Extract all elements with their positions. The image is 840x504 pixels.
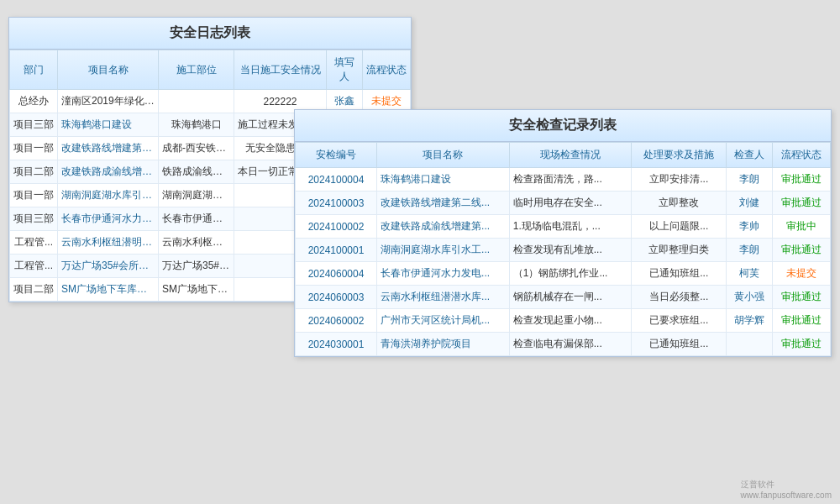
left-project-cell[interactable]: 云南水利枢纽潜明水库一... — [58, 231, 159, 255]
right-measure-cell: 立即整改 — [632, 192, 727, 215]
left-dept-cell: 项目二部 — [10, 160, 58, 184]
left-project-cell[interactable]: 改建铁路线增建第二线直... — [58, 137, 159, 160]
right-col-project: 项目名称 — [377, 143, 510, 168]
left-project-cell[interactable]: 万达广场35#会所及咖啡... — [58, 255, 159, 278]
right-inspection-cell: 检查临电有漏保部... — [509, 333, 632, 356]
right-project-cell[interactable]: 广州市天河区统计局机... — [377, 309, 510, 333]
left-project-cell[interactable]: SM广场地下车库更换摄... — [58, 278, 159, 302]
watermark-brand: 泛普软件 — [741, 479, 832, 491]
left-dept-cell: 总经办 — [10, 90, 58, 113]
right-measure-cell: 立即整理归类 — [632, 239, 727, 262]
right-table-row: 2024100002改建铁路成渝线增建第...1.现场临电混乱，...以上问题限… — [296, 215, 831, 239]
right-inspection-cell: 临时用电存在安全... — [509, 192, 632, 215]
right-status-cell: 审批中 — [772, 215, 830, 239]
right-project-cell[interactable]: 云南水利枢纽潜潜水库... — [377, 286, 510, 309]
left-project-cell[interactable]: 珠海鹤港口建设 — [58, 113, 159, 137]
right-measure-cell: 当日必须整... — [632, 286, 727, 309]
right-col-status: 流程状态 — [772, 143, 830, 168]
right-id-cell[interactable]: 2024100003 — [296, 192, 377, 215]
right-status-cell: 审批通过 — [772, 333, 830, 356]
right-id-cell[interactable]: 2024100002 — [296, 215, 377, 239]
left-location-cell: 成都-西安铁路... — [159, 137, 234, 160]
left-col-location: 施工部位 — [159, 50, 234, 90]
right-status-cell: 未提交 — [772, 262, 830, 286]
right-status-cell: 审批通过 — [772, 168, 830, 192]
left-table-header-row: 部门 项目名称 施工部位 当日施工安全情况 填写人 流程状态 — [10, 50, 411, 90]
right-inspector-cell — [727, 333, 773, 356]
right-project-cell[interactable]: 青海洪湖养护院项目 — [377, 333, 510, 356]
right-project-cell[interactable]: 长春市伊通河水力发电... — [377, 262, 510, 286]
left-panel-title: 安全日志列表 — [9, 18, 411, 50]
right-table-header-row: 安检编号 项目名称 现场检查情况 处理要求及措施 检查人 流程状态 — [296, 143, 831, 168]
right-project-cell[interactable]: 珠海鹤港口建设 — [377, 168, 510, 192]
right-id-cell[interactable]: 2024060004 — [296, 262, 377, 286]
main-container: 安全日志列表 部门 项目名称 施工部位 当日施工安全情况 填写人 流程状态 总经… — [0, 0, 840, 504]
right-table-row: 2024100003改建铁路线增建第二线...临时用电存在安全...立即整改刘健… — [296, 192, 831, 215]
right-inspector-cell: 李帅 — [727, 215, 773, 239]
right-measure-cell: 已通知班组... — [632, 333, 727, 356]
left-dept-cell: 工程管... — [10, 231, 58, 255]
right-table-row: 2024100004珠海鹤港口建设检查路面清洗，路...立即安排清...李朗审批… — [296, 168, 831, 192]
right-inspection-cell: 1.现场临电混乱，... — [509, 215, 632, 239]
left-location-cell: SM广场地下车库 — [159, 278, 234, 302]
watermark: 泛普软件 www.fanpusoftware.com — [741, 479, 832, 500]
right-measure-cell: 以上问题限... — [632, 215, 727, 239]
left-location-cell: 长春市伊通河水... — [159, 207, 234, 231]
right-id-cell[interactable]: 2024100001 — [296, 239, 377, 262]
right-id-cell[interactable]: 2024030001 — [296, 333, 377, 356]
right-table-row: 2024030001青海洪湖养护院项目检查临电有漏保部...已通知班组...审批… — [296, 333, 831, 356]
left-col-dept: 部门 — [10, 50, 58, 90]
right-table-row: 2024060003云南水利枢纽潜潜水库...钢筋机械存在一闸...当日必须整.… — [296, 286, 831, 309]
right-id-cell[interactable]: 2024100004 — [296, 168, 377, 192]
right-id-cell[interactable]: 2024060002 — [296, 309, 377, 333]
left-location-cell: 铁路成渝线（成... — [159, 160, 234, 184]
right-measure-cell: 已要求班组... — [632, 309, 727, 333]
right-inspector-cell: 李朗 — [727, 168, 773, 192]
right-id-cell[interactable]: 2024060003 — [296, 286, 377, 309]
left-col-person: 填写人 — [327, 50, 363, 90]
right-project-cell[interactable]: 改建铁路成渝线增建第... — [377, 215, 510, 239]
right-inspector-cell: 李朗 — [727, 239, 773, 262]
right-status-cell: 审批通过 — [772, 239, 830, 262]
left-project-cell[interactable]: 湖南洞庭湖水库引水工程... — [58, 184, 159, 207]
left-dept-cell: 项目一部 — [10, 184, 58, 207]
right-status-cell: 审批通过 — [772, 309, 830, 333]
left-location-cell: 湖南洞庭湖水库 — [159, 184, 234, 207]
right-measure-cell: 立即安排清... — [632, 168, 727, 192]
right-col-measure: 处理要求及措施 — [632, 143, 727, 168]
right-table-row: 2024060004长春市伊通河水力发电...（1）钢筋绑扎作业...已通知班组… — [296, 262, 831, 286]
left-dept-cell: 项目二部 — [10, 278, 58, 302]
right-project-cell[interactable]: 湖南洞庭湖水库引水工... — [377, 239, 510, 262]
right-measure-cell: 已通知班组... — [632, 262, 727, 286]
watermark-url: www.fanpusoftware.com — [741, 491, 832, 500]
left-location-cell — [159, 90, 234, 113]
right-status-cell: 审批通过 — [772, 192, 830, 215]
right-inspection-cell: 检查发现有乱堆放... — [509, 239, 632, 262]
left-col-project: 项目名称 — [58, 50, 159, 90]
left-col-safety: 当日施工安全情况 — [234, 50, 327, 90]
right-inspection-cell: 检查路面清洗，路... — [509, 168, 632, 192]
left-col-status: 流程状态 — [363, 50, 411, 90]
right-table: 安检编号 项目名称 现场检查情况 处理要求及措施 检查人 流程状态 202410… — [295, 142, 831, 356]
right-inspection-cell: （1）钢筋绑扎作业... — [509, 262, 632, 286]
left-location-cell: 云南水利枢纽潜... — [159, 231, 234, 255]
right-col-id: 安检编号 — [296, 143, 377, 168]
left-dept-cell: 项目一部 — [10, 137, 58, 160]
right-inspection-cell: 钢筋机械存在一闸... — [509, 286, 632, 309]
right-status-cell: 审批通过 — [772, 286, 830, 309]
left-dept-cell: 项目三部 — [10, 207, 58, 231]
left-project-cell[interactable]: 长春市伊通河水力发电厂... — [58, 207, 159, 231]
right-panel-title: 安全检查记录列表 — [295, 110, 831, 142]
right-inspector-cell: 柯芙 — [727, 262, 773, 286]
right-col-inspection: 现场检查情况 — [509, 143, 632, 168]
left-project-cell[interactable]: 改建铁路成渝线增建第二... — [58, 160, 159, 184]
right-inspector-cell: 刘健 — [727, 192, 773, 215]
right-inspection-cell: 检查发现起重小物... — [509, 309, 632, 333]
right-project-cell[interactable]: 改建铁路线增建第二线... — [377, 192, 510, 215]
left-location-cell: 万达广场35#会... — [159, 255, 234, 278]
left-project-cell: 潼南区2019年绿化补贴项... — [58, 90, 159, 113]
right-table-body: 2024100004珠海鹤港口建设检查路面清洗，路...立即安排清...李朗审批… — [296, 168, 831, 356]
right-inspector-cell: 黄小强 — [727, 286, 773, 309]
right-table-row: 2024100001湖南洞庭湖水库引水工...检查发现有乱堆放...立即整理归类… — [296, 239, 831, 262]
right-panel: 安全检查记录列表 安检编号 项目名称 现场检查情况 处理要求及措施 检查人 流程… — [294, 109, 832, 357]
